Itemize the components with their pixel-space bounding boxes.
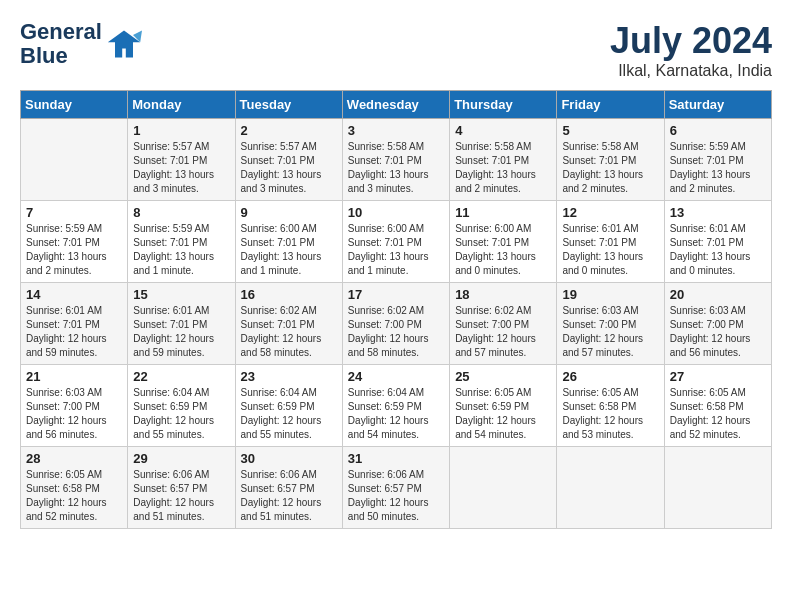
header-cell-tuesday: Tuesday bbox=[235, 91, 342, 119]
day-info: Sunrise: 6:01 AM Sunset: 7:01 PM Dayligh… bbox=[670, 222, 766, 278]
day-cell: 2Sunrise: 5:57 AM Sunset: 7:01 PM Daylig… bbox=[235, 119, 342, 201]
day-info: Sunrise: 6:06 AM Sunset: 6:57 PM Dayligh… bbox=[241, 468, 337, 524]
day-number: 8 bbox=[133, 205, 229, 220]
day-info: Sunrise: 5:58 AM Sunset: 7:01 PM Dayligh… bbox=[348, 140, 444, 196]
day-info: Sunrise: 5:57 AM Sunset: 7:01 PM Dayligh… bbox=[133, 140, 229, 196]
day-number: 6 bbox=[670, 123, 766, 138]
day-info: Sunrise: 6:03 AM Sunset: 7:00 PM Dayligh… bbox=[670, 304, 766, 360]
day-cell: 11Sunrise: 6:00 AM Sunset: 7:01 PM Dayli… bbox=[450, 201, 557, 283]
day-number: 4 bbox=[455, 123, 551, 138]
day-number: 23 bbox=[241, 369, 337, 384]
week-row-2: 7Sunrise: 5:59 AM Sunset: 7:01 PM Daylig… bbox=[21, 201, 772, 283]
week-row-4: 21Sunrise: 6:03 AM Sunset: 7:00 PM Dayli… bbox=[21, 365, 772, 447]
day-info: Sunrise: 5:59 AM Sunset: 7:01 PM Dayligh… bbox=[670, 140, 766, 196]
day-cell: 29Sunrise: 6:06 AM Sunset: 6:57 PM Dayli… bbox=[128, 447, 235, 529]
week-row-5: 28Sunrise: 6:05 AM Sunset: 6:58 PM Dayli… bbox=[21, 447, 772, 529]
day-number: 26 bbox=[562, 369, 658, 384]
logo: General Blue bbox=[20, 20, 142, 68]
day-cell: 3Sunrise: 5:58 AM Sunset: 7:01 PM Daylig… bbox=[342, 119, 449, 201]
header-cell-monday: Monday bbox=[128, 91, 235, 119]
day-cell: 22Sunrise: 6:04 AM Sunset: 6:59 PM Dayli… bbox=[128, 365, 235, 447]
day-cell: 16Sunrise: 6:02 AM Sunset: 7:01 PM Dayli… bbox=[235, 283, 342, 365]
week-row-3: 14Sunrise: 6:01 AM Sunset: 7:01 PM Dayli… bbox=[21, 283, 772, 365]
page-header: General Blue July 2024 Ilkal, Karnataka,… bbox=[20, 20, 772, 80]
day-cell: 10Sunrise: 6:00 AM Sunset: 7:01 PM Dayli… bbox=[342, 201, 449, 283]
day-number: 11 bbox=[455, 205, 551, 220]
day-number: 22 bbox=[133, 369, 229, 384]
calendar-title: July 2024 bbox=[610, 20, 772, 62]
day-info: Sunrise: 5:59 AM Sunset: 7:01 PM Dayligh… bbox=[26, 222, 122, 278]
day-cell: 25Sunrise: 6:05 AM Sunset: 6:59 PM Dayli… bbox=[450, 365, 557, 447]
title-block: July 2024 Ilkal, Karnataka, India bbox=[610, 20, 772, 80]
day-info: Sunrise: 6:02 AM Sunset: 7:00 PM Dayligh… bbox=[455, 304, 551, 360]
day-cell bbox=[21, 119, 128, 201]
day-number: 2 bbox=[241, 123, 337, 138]
day-cell: 9Sunrise: 6:00 AM Sunset: 7:01 PM Daylig… bbox=[235, 201, 342, 283]
day-number: 13 bbox=[670, 205, 766, 220]
day-info: Sunrise: 5:57 AM Sunset: 7:01 PM Dayligh… bbox=[241, 140, 337, 196]
day-info: Sunrise: 6:04 AM Sunset: 6:59 PM Dayligh… bbox=[241, 386, 337, 442]
day-number: 14 bbox=[26, 287, 122, 302]
day-info: Sunrise: 6:03 AM Sunset: 7:00 PM Dayligh… bbox=[562, 304, 658, 360]
day-number: 24 bbox=[348, 369, 444, 384]
day-info: Sunrise: 6:06 AM Sunset: 6:57 PM Dayligh… bbox=[348, 468, 444, 524]
day-number: 15 bbox=[133, 287, 229, 302]
logo-text: General Blue bbox=[20, 20, 102, 68]
day-info: Sunrise: 6:01 AM Sunset: 7:01 PM Dayligh… bbox=[26, 304, 122, 360]
day-info: Sunrise: 5:59 AM Sunset: 7:01 PM Dayligh… bbox=[133, 222, 229, 278]
header-cell-thursday: Thursday bbox=[450, 91, 557, 119]
day-cell: 23Sunrise: 6:04 AM Sunset: 6:59 PM Dayli… bbox=[235, 365, 342, 447]
logo-line1: General bbox=[20, 19, 102, 44]
day-info: Sunrise: 6:00 AM Sunset: 7:01 PM Dayligh… bbox=[455, 222, 551, 278]
calendar-subtitle: Ilkal, Karnataka, India bbox=[610, 62, 772, 80]
header-cell-sunday: Sunday bbox=[21, 91, 128, 119]
day-number: 12 bbox=[562, 205, 658, 220]
day-cell: 19Sunrise: 6:03 AM Sunset: 7:00 PM Dayli… bbox=[557, 283, 664, 365]
day-info: Sunrise: 6:04 AM Sunset: 6:59 PM Dayligh… bbox=[348, 386, 444, 442]
week-row-1: 1Sunrise: 5:57 AM Sunset: 7:01 PM Daylig… bbox=[21, 119, 772, 201]
day-cell: 15Sunrise: 6:01 AM Sunset: 7:01 PM Dayli… bbox=[128, 283, 235, 365]
day-number: 28 bbox=[26, 451, 122, 466]
day-info: Sunrise: 6:04 AM Sunset: 6:59 PM Dayligh… bbox=[133, 386, 229, 442]
day-cell: 28Sunrise: 6:05 AM Sunset: 6:58 PM Dayli… bbox=[21, 447, 128, 529]
day-cell: 17Sunrise: 6:02 AM Sunset: 7:00 PM Dayli… bbox=[342, 283, 449, 365]
day-number: 7 bbox=[26, 205, 122, 220]
day-number: 1 bbox=[133, 123, 229, 138]
day-info: Sunrise: 6:05 AM Sunset: 6:59 PM Dayligh… bbox=[455, 386, 551, 442]
day-cell: 27Sunrise: 6:05 AM Sunset: 6:58 PM Dayli… bbox=[664, 365, 771, 447]
day-cell: 14Sunrise: 6:01 AM Sunset: 7:01 PM Dayli… bbox=[21, 283, 128, 365]
day-cell: 12Sunrise: 6:01 AM Sunset: 7:01 PM Dayli… bbox=[557, 201, 664, 283]
day-cell bbox=[664, 447, 771, 529]
day-info: Sunrise: 6:05 AM Sunset: 6:58 PM Dayligh… bbox=[26, 468, 122, 524]
day-info: Sunrise: 6:02 AM Sunset: 7:01 PM Dayligh… bbox=[241, 304, 337, 360]
day-number: 25 bbox=[455, 369, 551, 384]
day-cell: 24Sunrise: 6:04 AM Sunset: 6:59 PM Dayli… bbox=[342, 365, 449, 447]
day-info: Sunrise: 6:05 AM Sunset: 6:58 PM Dayligh… bbox=[562, 386, 658, 442]
day-cell: 5Sunrise: 5:58 AM Sunset: 7:01 PM Daylig… bbox=[557, 119, 664, 201]
day-number: 27 bbox=[670, 369, 766, 384]
day-number: 30 bbox=[241, 451, 337, 466]
header-row: SundayMondayTuesdayWednesdayThursdayFrid… bbox=[21, 91, 772, 119]
day-cell: 6Sunrise: 5:59 AM Sunset: 7:01 PM Daylig… bbox=[664, 119, 771, 201]
logo-bird-icon bbox=[106, 26, 142, 62]
day-info: Sunrise: 6:00 AM Sunset: 7:01 PM Dayligh… bbox=[241, 222, 337, 278]
day-number: 10 bbox=[348, 205, 444, 220]
day-number: 29 bbox=[133, 451, 229, 466]
day-number: 18 bbox=[455, 287, 551, 302]
day-number: 21 bbox=[26, 369, 122, 384]
day-number: 31 bbox=[348, 451, 444, 466]
day-info: Sunrise: 6:01 AM Sunset: 7:01 PM Dayligh… bbox=[562, 222, 658, 278]
day-number: 17 bbox=[348, 287, 444, 302]
day-info: Sunrise: 6:01 AM Sunset: 7:01 PM Dayligh… bbox=[133, 304, 229, 360]
day-info: Sunrise: 5:58 AM Sunset: 7:01 PM Dayligh… bbox=[562, 140, 658, 196]
calendar-table: SundayMondayTuesdayWednesdayThursdayFrid… bbox=[20, 90, 772, 529]
day-cell: 20Sunrise: 6:03 AM Sunset: 7:00 PM Dayli… bbox=[664, 283, 771, 365]
day-cell: 8Sunrise: 5:59 AM Sunset: 7:01 PM Daylig… bbox=[128, 201, 235, 283]
logo-line2: Blue bbox=[20, 43, 68, 68]
day-info: Sunrise: 6:03 AM Sunset: 7:00 PM Dayligh… bbox=[26, 386, 122, 442]
day-number: 5 bbox=[562, 123, 658, 138]
day-info: Sunrise: 6:06 AM Sunset: 6:57 PM Dayligh… bbox=[133, 468, 229, 524]
day-cell: 30Sunrise: 6:06 AM Sunset: 6:57 PM Dayli… bbox=[235, 447, 342, 529]
day-cell: 26Sunrise: 6:05 AM Sunset: 6:58 PM Dayli… bbox=[557, 365, 664, 447]
day-cell: 4Sunrise: 5:58 AM Sunset: 7:01 PM Daylig… bbox=[450, 119, 557, 201]
